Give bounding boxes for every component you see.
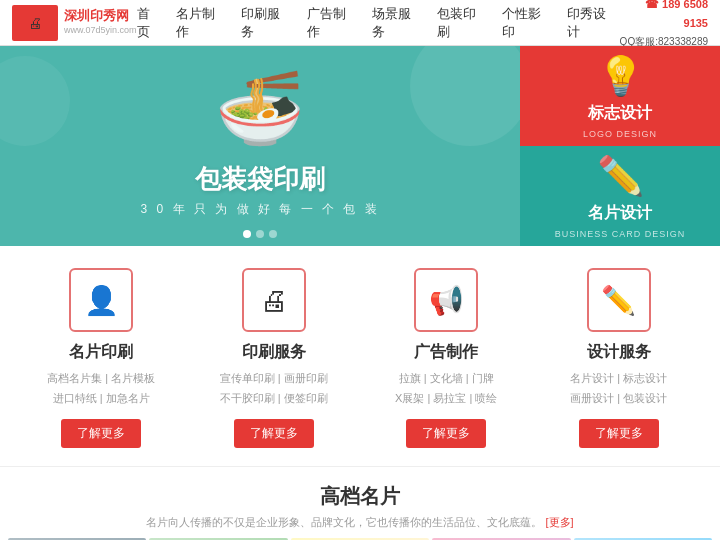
- service-icon-wrap-print-service: 🖨: [242, 268, 306, 332]
- premium-cards-section: 高档名片 名片向人传播的不仅是企业形象、品牌文化，它也传播你的生活品位、文化底蕴…: [0, 467, 720, 540]
- more-link[interactable]: [更多]: [545, 516, 573, 528]
- services-grid: 👤名片印刷高档名片集 | 名片模板进口特纸 | 加急名片了解更多🖨印刷服务宣传单…: [15, 268, 705, 448]
- section-title: 高档名片: [0, 483, 720, 510]
- biz-design-label-en: BUSINESS CARD DESIGN: [555, 229, 686, 239]
- banner-dots: [243, 230, 277, 238]
- service-title-print-service: 印刷服务: [242, 342, 306, 363]
- dot-1[interactable]: [243, 230, 251, 238]
- banner-illustration: 🍜: [215, 66, 305, 151]
- logo-design-label-en: LOGO DESIGN: [583, 129, 657, 139]
- contact-block: ☎ 189 6508 9135 QQ客服:823338289: [619, 0, 708, 50]
- service-item-card-print: 👤名片印刷高档名片集 | 名片模板进口特纸 | 加急名片了解更多: [21, 268, 181, 448]
- service-desc-print-service: 宣传单印刷 | 画册印刷不干胶印刷 | 便签印刷: [220, 369, 328, 409]
- banner-main: 🍜 包装袋印刷 3 0 年 只 为 做 好 每 一 个 包 装: [0, 46, 520, 246]
- biz-design-label: 名片设计: [588, 203, 652, 224]
- banner-logo-design[interactable]: 💡 标志设计 LOGO DESIGN: [520, 46, 720, 146]
- service-icon-ad-make: 📢: [429, 284, 464, 317]
- service-title-ad-make: 广告制作: [414, 342, 478, 363]
- dot-3[interactable]: [269, 230, 277, 238]
- nav-item-print[interactable]: 印刷服务: [241, 5, 292, 41]
- service-btn-ad-make[interactable]: 了解更多: [406, 419, 486, 448]
- service-desc-card-print: 高档名片集 | 名片模板进口特纸 | 加急名片: [47, 369, 155, 409]
- service-item-design-service: ✏️设计服务名片设计 | 标志设计画册设计 | 包装设计了解更多: [539, 268, 699, 448]
- logo-icon: 🖨: [28, 15, 42, 31]
- logo-name: 深圳印秀网: [64, 8, 137, 25]
- banner-title: 包装袋印刷: [195, 162, 325, 197]
- blob-2: [0, 56, 70, 146]
- service-item-ad-make: 📢广告制作拉旗 | 文化墙 | 门牌X展架 | 易拉宝 | 喷绘了解更多: [366, 268, 526, 448]
- banner-right: 💡 标志设计 LOGO DESIGN ✏️ 名片设计 BUSINESS CARD…: [520, 46, 720, 246]
- services-section: 👤名片印刷高档名片集 | 名片模板进口特纸 | 加急名片了解更多🖨印刷服务宣传单…: [0, 246, 720, 467]
- main-nav: 首页名片制作印刷服务广告制作场景服务包装印刷个性影印印秀设计: [137, 5, 619, 41]
- blob-1: [410, 46, 520, 146]
- logo-text-area: 深圳印秀网 www.07d5yin.com: [64, 8, 137, 37]
- nav-item-personal[interactable]: 个性影印: [502, 5, 553, 41]
- service-icon-wrap-design-service: ✏️: [587, 268, 651, 332]
- service-desc-ad-make: 拉旗 | 文化墙 | 门牌X展架 | 易拉宝 | 喷绘: [395, 369, 497, 409]
- subtitle-text: 名片向人传播的不仅是企业形象、品牌文化，它也传播你的生活品位、文化底蕴。: [146, 516, 542, 528]
- section-subtitle: 名片向人传播的不仅是企业形象、品牌文化，它也传播你的生活品位、文化底蕴。 [更多…: [0, 515, 720, 530]
- service-icon-print-service: 🖨: [260, 284, 288, 317]
- service-btn-print-service[interactable]: 了解更多: [234, 419, 314, 448]
- logo-area: 🖨 深圳印秀网 www.07d5yin.com: [12, 5, 137, 41]
- nav-item-home[interactable]: 首页: [137, 5, 163, 41]
- banner-sub: 3 0 年 只 为 做 好 每 一 个 包 装: [140, 201, 379, 218]
- nav-item-card[interactable]: 名片制作: [176, 5, 227, 41]
- service-icon-wrap-card-print: 👤: [69, 268, 133, 332]
- phone-label: ☎ 189 6508 9135: [619, 0, 708, 33]
- logo-design-label: 标志设计: [588, 103, 652, 124]
- service-desc-design-service: 名片设计 | 标志设计画册设计 | 包装设计: [570, 369, 667, 409]
- banner-section: 🍜 包装袋印刷 3 0 年 只 为 做 好 每 一 个 包 装 💡 标志设计 L…: [0, 46, 720, 246]
- service-title-design-service: 设计服务: [587, 342, 651, 363]
- service-title-card-print: 名片印刷: [69, 342, 133, 363]
- site-header: 🖨 深圳印秀网 www.07d5yin.com 首页名片制作印刷服务广告制作场景…: [0, 0, 720, 46]
- nav-item-ad[interactable]: 广告制作: [307, 5, 358, 41]
- biz-design-icon: ✏️: [597, 154, 644, 198]
- service-item-print-service: 🖨印刷服务宣传单印刷 | 画册印刷不干胶印刷 | 便签印刷了解更多: [194, 268, 354, 448]
- logo-design-icon: 💡: [597, 54, 644, 98]
- nav-item-package[interactable]: 包装印刷: [437, 5, 488, 41]
- service-icon-card-print: 👤: [84, 284, 119, 317]
- nav-item-design[interactable]: 印秀设计: [567, 5, 618, 41]
- banner-biz-design[interactable]: ✏️ 名片设计 BUSINESS CARD DESIGN: [520, 146, 720, 246]
- section-title-block: 高档名片 名片向人传播的不仅是企业形象、品牌文化，它也传播你的生活品位、文化底蕴…: [0, 467, 720, 538]
- nav-item-scene[interactable]: 场景服务: [372, 5, 423, 41]
- logo-box[interactable]: 🖨: [12, 5, 58, 41]
- dot-2[interactable]: [256, 230, 264, 238]
- service-btn-card-print[interactable]: 了解更多: [61, 419, 141, 448]
- logo-url: www.07d5yin.com: [64, 25, 137, 37]
- service-icon-wrap-ad-make: 📢: [414, 268, 478, 332]
- service-btn-design-service[interactable]: 了解更多: [579, 419, 659, 448]
- service-icon-design-service: ✏️: [601, 284, 636, 317]
